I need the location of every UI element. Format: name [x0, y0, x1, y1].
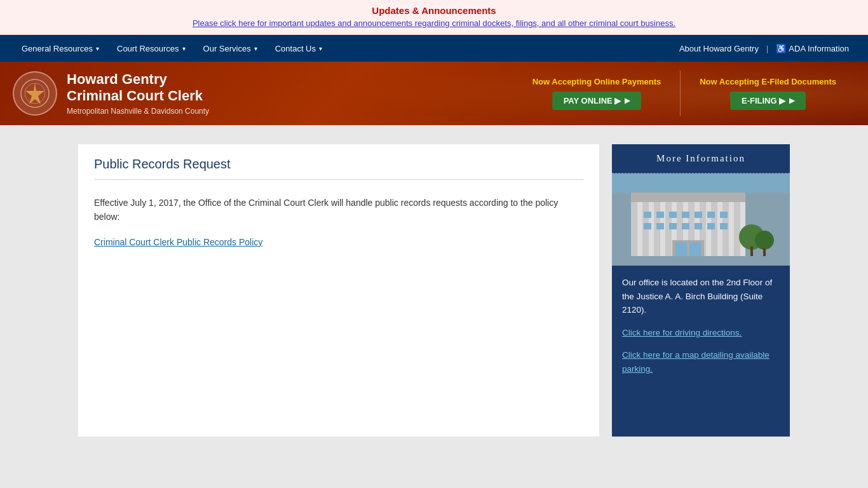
svg-rect-29	[720, 223, 728, 229]
nav-contact-us[interactable]: Contact Us ▾	[266, 35, 331, 62]
svg-rect-5	[631, 193, 745, 202]
sidebar-header: More Information	[612, 144, 790, 173]
svg-rect-24	[656, 223, 664, 229]
logo-name: Howard Gentry	[67, 71, 209, 88]
svg-rect-23	[644, 223, 651, 229]
svg-rect-33	[612, 173, 790, 193]
svg-rect-36	[750, 247, 753, 256]
chevron-down-icon: ▾	[319, 45, 322, 52]
svg-point-35	[755, 231, 774, 250]
nav-our-services[interactable]: Our Services ▾	[194, 35, 266, 62]
main-content: Public Records Request Effective July 1,…	[78, 144, 599, 437]
efile-button[interactable]: E-FILING ▶	[730, 92, 806, 110]
nav-contact-us-label: Contact Us	[275, 44, 316, 53]
nav-court-resources[interactable]: Court Resources ▾	[108, 35, 194, 62]
banner-actions: Now Accepting Online Payments PAY ONLINE…	[513, 71, 855, 116]
content-body: Effective July 1, 2017, the Office of th…	[94, 196, 583, 224]
nav-about-howard-gentry[interactable]: About Howard Gentry	[673, 35, 765, 62]
svg-rect-21	[707, 212, 715, 218]
svg-rect-32	[689, 242, 701, 256]
svg-rect-22	[720, 212, 728, 218]
svg-rect-6	[637, 202, 642, 256]
efile-block: Now Accepting E-Filed Documents E-FILING…	[680, 71, 855, 116]
logo-circle	[13, 71, 57, 116]
policy-link[interactable]: Criminal Court Clerk Public Records Poli…	[94, 237, 262, 247]
svg-rect-26	[682, 223, 689, 229]
svg-rect-25	[669, 223, 677, 229]
main-nav: General Resources ▾ Court Resources ▾ Ou…	[0, 35, 868, 62]
sidebar-building-image	[612, 173, 790, 266]
svg-rect-31	[675, 242, 687, 256]
logo-text: Howard Gentry Criminal Court Clerk Metro…	[67, 71, 209, 116]
nav-our-services-label: Our Services	[203, 44, 251, 53]
svg-rect-14	[729, 202, 734, 256]
nav-divider: |	[765, 44, 770, 53]
logo-subtitle: Metropolitan Nashville & Davidson County	[67, 107, 209, 116]
announcement-bar: Updates & Announcements Please click her…	[0, 0, 868, 35]
nav-ada-information[interactable]: ♿ ADA Information	[770, 35, 855, 62]
logo-clerk-title: Criminal Court Clerk	[67, 88, 209, 104]
svg-rect-17	[656, 212, 664, 218]
svg-rect-20	[695, 212, 702, 218]
svg-rect-19	[682, 212, 689, 218]
chevron-down-icon: ▾	[96, 45, 99, 52]
nav-general-resources-label: General Resources	[22, 44, 93, 53]
office-location: Our office is located on the 2nd Floor o…	[622, 276, 780, 317]
pay-online-button[interactable]: PAY ONLINE ▶	[552, 92, 642, 110]
nav-right: About Howard Gentry | ♿ ADA Information	[673, 35, 855, 62]
svg-rect-28	[707, 223, 715, 229]
sidebar-body: Our office is located on the 2nd Floor o…	[612, 266, 790, 395]
building-svg	[612, 173, 790, 266]
svg-rect-18	[669, 212, 677, 218]
nav-left: General Resources ▾ Court Resources ▾ Ou…	[13, 35, 331, 62]
svg-rect-37	[763, 248, 766, 256]
content-wrapper: Public Records Request Effective July 1,…	[65, 144, 803, 437]
accessibility-icon: ♿	[776, 44, 786, 53]
announcement-message[interactable]: Please click here for important updates …	[13, 18, 855, 28]
announcement-title: Updates & Announcements	[13, 5, 855, 16]
chevron-down-icon: ▾	[182, 45, 186, 52]
efile-label: Now Accepting E-Filed Documents	[700, 77, 836, 86]
parking-map-link[interactable]: Click here for a map detailing available…	[622, 350, 770, 374]
pay-online-block: Now Accepting Online Payments PAY ONLINE…	[513, 71, 681, 116]
svg-rect-16	[644, 212, 651, 218]
driving-directions-link[interactable]: Click here for driving directions.	[622, 328, 742, 337]
svg-rect-27	[695, 223, 702, 229]
chevron-down-icon: ▾	[254, 45, 257, 52]
nav-court-resources-label: Court Resources	[117, 44, 179, 53]
nav-general-resources[interactable]: General Resources ▾	[13, 35, 108, 62]
header-banner: Howard Gentry Criminal Court Clerk Metro…	[0, 62, 868, 125]
pay-online-label: Now Accepting Online Payments	[532, 77, 661, 86]
logo-seal-icon	[19, 78, 51, 109]
page-title: Public Records Request	[94, 157, 583, 180]
sidebar: More Information	[612, 144, 790, 437]
logo-area: Howard Gentry Criminal Court Clerk Metro…	[13, 71, 209, 116]
